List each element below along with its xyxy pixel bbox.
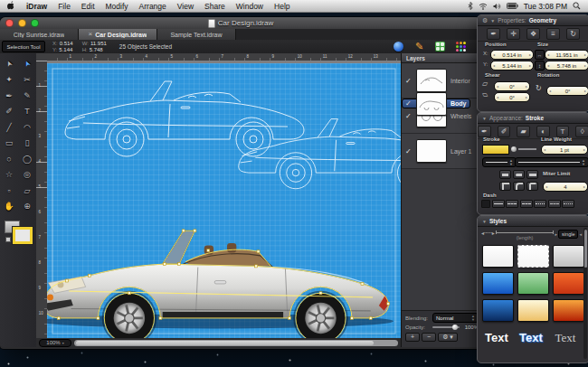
zoom-level-control[interactable]: 100%▾ xyxy=(39,339,71,347)
properties-header[interactable]: ⚙ ▼ Properties: Geometry xyxy=(478,15,588,26)
menu-item-file[interactable]: File xyxy=(52,2,76,11)
stroke-color-swatch[interactable] xyxy=(482,145,509,155)
dash-solid-button[interactable] xyxy=(492,200,505,208)
opacity-knob[interactable] xyxy=(452,325,458,330)
y-field[interactable]: ◂5.144 in▸ xyxy=(490,61,534,71)
dash-dot-button[interactable] xyxy=(562,200,574,208)
text-style-outline[interactable]: Text xyxy=(514,331,548,345)
style-swatch-9[interactable] xyxy=(553,299,584,322)
apple-menu[interactable] xyxy=(0,1,21,11)
tab-close-icon[interactable]: × xyxy=(89,32,93,37)
tab-sample-text-idraw[interactable]: Sample Text.idraw xyxy=(157,29,236,40)
layer-options-button[interactable]: ⚙ ▾ xyxy=(438,333,458,342)
stroke-color-well[interactable] xyxy=(13,227,33,244)
dash-dash-dot-button[interactable] xyxy=(548,200,561,208)
dash-dash-md-button[interactable] xyxy=(520,200,533,208)
wifi-icon[interactable] xyxy=(479,3,488,10)
tab-city-sunrise-idraw[interactable]: City Sunrise.idraw xyxy=(0,29,79,40)
brush-tool[interactable]: ✐ xyxy=(1,104,17,120)
menu-item-modify[interactable]: Modify xyxy=(100,2,134,11)
line-weight-knob[interactable] xyxy=(511,146,517,152)
dash-none-button[interactable] xyxy=(481,200,490,208)
style-swatch-1[interactable] xyxy=(482,245,514,268)
join-miter-button[interactable] xyxy=(499,182,511,191)
hand-tool[interactable]: ✋ xyxy=(1,199,17,215)
disclosure-icon[interactable]: ▼ xyxy=(482,219,487,224)
circle-tool[interactable]: ◯ xyxy=(19,151,35,167)
star-tool[interactable]: ☆ xyxy=(1,167,17,184)
menu-clock[interactable]: Tue 3:08 PM xyxy=(524,2,567,11)
miter-limit-field[interactable]: ◂4▸ xyxy=(543,182,588,192)
layer-visibility-checkbox[interactable]: ✓ xyxy=(405,147,413,155)
styles-header[interactable]: ▼ Styles xyxy=(478,216,588,227)
layer-row-body[interactable]: ✓Body xyxy=(402,99,470,108)
menu-item-view[interactable]: View xyxy=(172,2,199,11)
styles-scrollbar[interactable] xyxy=(583,228,587,359)
appearance-fill-tab-icon[interactable]: ▰ xyxy=(517,126,530,137)
zoom-tool[interactable]: ⊕ xyxy=(19,199,35,215)
disclosure-icon[interactable]: ▼ xyxy=(490,18,495,24)
menu-item-arrange[interactable]: Arrange xyxy=(134,2,172,11)
dash-dash-lg-button[interactable] xyxy=(506,200,518,208)
info-sphere-icon[interactable] xyxy=(393,42,404,52)
single-button[interactable]: single xyxy=(558,230,578,239)
opacity-slider[interactable] xyxy=(432,326,460,328)
menu-item-share[interactable]: Share xyxy=(199,2,231,11)
style-swatch-7[interactable] xyxy=(482,299,514,322)
scrollbar-thumb[interactable] xyxy=(76,341,374,345)
line-weight-field[interactable]: ◂1 pt▸ xyxy=(541,145,588,155)
properties-geometry-tab-icon[interactable]: ✛ xyxy=(507,28,520,40)
blending-select[interactable]: Normal▲▼ xyxy=(432,313,479,323)
arrowheads-preview[interactable]: ◂╌╌╌▸ xyxy=(481,230,494,236)
add-layer-button[interactable]: + xyxy=(405,333,420,342)
styles-scrollbar-thumb[interactable] xyxy=(584,230,587,268)
canvas[interactable] xyxy=(47,61,401,338)
wireframe-car-1[interactable] xyxy=(65,81,304,156)
join-round-button[interactable] xyxy=(513,182,525,191)
gear-icon[interactable]: ⚙ xyxy=(482,17,488,24)
small-rect-tool[interactable]: ▫ xyxy=(1,183,17,199)
scissors-tool[interactable]: ✂ xyxy=(19,72,35,89)
properties-pen-tab-icon[interactable]: ✒ xyxy=(487,28,500,40)
length-control[interactable]: (length) xyxy=(497,228,552,240)
bluetooth-icon[interactable] xyxy=(468,2,473,10)
color-grid-icon[interactable] xyxy=(455,42,467,52)
parallelogram-tool[interactable]: ▱ xyxy=(19,183,35,199)
menu-item-edit[interactable]: Edit xyxy=(76,2,100,11)
eyedropper-tool[interactable]: ✦ xyxy=(1,72,17,89)
properties-align-tab-icon[interactable]: ≡ xyxy=(546,28,560,40)
layer-row-layer-1[interactable]: ✓Layer 1 xyxy=(402,134,482,169)
layer-visibility-checkbox[interactable]: ✓ xyxy=(405,99,413,108)
tab-car-design-idraw[interactable]: ×Car Design.idraw xyxy=(79,29,157,40)
style-swatch-3[interactable] xyxy=(553,245,584,268)
appearance-header[interactable]: ▼ Appearance: Stroke xyxy=(478,113,588,124)
style-swatch-6[interactable] xyxy=(553,272,584,295)
join-bevel-button[interactable] xyxy=(526,182,538,191)
text-tool[interactable]: T xyxy=(19,104,35,120)
layer-visibility-checkbox[interactable]: ✓ xyxy=(405,77,413,85)
rotation-field[interactable]: ◂0°▸ xyxy=(546,86,588,96)
rounded-rectangle-tool[interactable]: ▯ xyxy=(19,136,35,152)
height-field[interactable]: ◂5.748 in▸ xyxy=(545,61,588,71)
disclosure-icon[interactable]: ▼ xyxy=(482,116,487,121)
title-bar[interactable]: Car Design.idraw xyxy=(0,17,481,30)
style-swatch-2[interactable] xyxy=(517,245,549,268)
shear-x-field[interactable]: ◂0°▸ xyxy=(494,81,530,91)
shapes-grid-icon[interactable] xyxy=(434,42,446,52)
default-colors-icon[interactable] xyxy=(5,237,11,242)
ellipse-tool[interactable]: ○ xyxy=(1,151,17,167)
appearance-eraser-tab-icon[interactable]: ◊ xyxy=(575,126,588,137)
line-weight-track[interactable] xyxy=(518,148,536,150)
rendered-car[interactable] xyxy=(47,230,394,338)
properties-shape-tab-icon[interactable]: ❖ xyxy=(526,28,540,40)
menu-item-idraw[interactable]: iDraw xyxy=(21,2,52,11)
cap-square-button[interactable] xyxy=(526,170,538,179)
arrowheads-select[interactable]: ▲▼ xyxy=(515,157,588,167)
pen-tool[interactable]: ✒ xyxy=(1,88,17,104)
layer-visibility-checkbox[interactable]: ✓ xyxy=(405,112,413,120)
horizontal-scrollbar[interactable] xyxy=(74,340,398,346)
bezier-pen-tool[interactable]: ✎ xyxy=(19,88,35,104)
battery-icon[interactable] xyxy=(507,3,518,9)
shear-y-field[interactable]: ◂0°▸ xyxy=(494,92,530,102)
style-swatch-8[interactable] xyxy=(517,299,549,322)
